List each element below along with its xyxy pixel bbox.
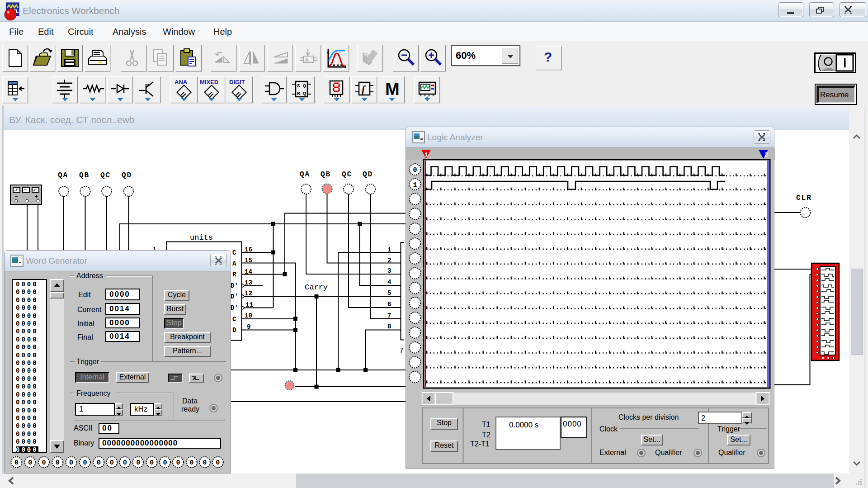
svg-text:0: 0: [163, 459, 167, 467]
svg-text:0: 0: [56, 459, 60, 467]
svg-text:9: 9: [247, 323, 250, 331]
svg-text:0: 0: [14, 459, 19, 467]
svg-text:0: 0: [123, 459, 127, 467]
svg-text:0: 0: [136, 459, 140, 467]
svg-text:0: 0: [176, 459, 180, 467]
svg-text:Trigger: Trigger: [717, 425, 741, 433]
svg-text:QD: QD: [363, 171, 373, 179]
svg-text:Qualifier: Qualifier: [655, 449, 682, 456]
svg-text:QB: QB: [321, 171, 331, 179]
svg-text:T2-T1: T2-T1: [470, 440, 490, 448]
svg-text:ANA: ANA: [175, 79, 188, 85]
svg-text:Clocks per division: Clocks per division: [618, 413, 679, 421]
svg-text:4: 4: [387, 279, 391, 286]
svg-text:f: f: [362, 83, 366, 95]
svg-text:MIXED: MIXED: [200, 79, 218, 85]
svg-text:0.0000 s: 0.0000 s: [509, 421, 538, 429]
svg-text:Clock: Clock: [599, 425, 618, 433]
svg-text:7: 7: [387, 312, 391, 319]
svg-text:M: M: [385, 80, 400, 99]
svg-text:3: 3: [387, 267, 391, 275]
svg-text:1: 1: [387, 246, 391, 253]
svg-text:D': D': [231, 304, 238, 312]
svg-text:QA: QA: [300, 171, 310, 179]
svg-text:D': D': [231, 282, 238, 289]
svg-text:QA: QA: [58, 171, 68, 180]
svg-text:R: R: [232, 271, 236, 278]
svg-text:2: 2: [387, 257, 391, 264]
svg-text:D': D': [231, 293, 238, 300]
svg-text:DIGIT: DIGIT: [229, 79, 245, 85]
svg-text:0: 0: [28, 459, 32, 467]
svg-text:QB: QB: [79, 171, 90, 180]
svg-text:0000: 0000: [563, 420, 582, 428]
svg-text:C: C: [232, 249, 236, 256]
svg-text:R Q: R Q: [297, 91, 306, 96]
svg-text:D: D: [232, 327, 236, 334]
svg-text:0: 0: [110, 459, 114, 467]
svg-text:16: 16: [245, 246, 252, 253]
svg-text:A: A: [305, 57, 309, 62]
svg-text:units: units: [190, 233, 213, 242]
svg-text:T1: T1: [482, 421, 491, 428]
svg-text:8: 8: [387, 323, 391, 330]
svg-text:Qualifier: Qualifier: [718, 449, 745, 456]
svg-text:1: 1: [413, 181, 417, 189]
svg-text:0: 0: [83, 459, 87, 467]
svg-text:C: C: [232, 316, 236, 323]
svg-text:6: 6: [387, 301, 391, 308]
svg-text:0: 0: [189, 459, 193, 467]
svg-text:15: 15: [245, 257, 252, 264]
svg-text:QC: QC: [100, 171, 111, 180]
svg-text:QC: QC: [342, 171, 352, 179]
svg-text:2: 2: [764, 152, 768, 158]
svg-text:0: 0: [216, 459, 220, 467]
svg-text:2: 2: [701, 414, 705, 422]
svg-text:0: 0: [69, 459, 73, 467]
svg-text:12: 12: [245, 290, 252, 297]
svg-text:1: 1: [425, 152, 428, 158]
svg-text:14: 14: [245, 268, 252, 275]
svg-text:13: 13: [245, 279, 252, 286]
svg-text:QD: QD: [122, 171, 132, 180]
svg-text:10: 10: [245, 312, 252, 319]
svg-text:T2: T2: [482, 431, 491, 439]
svg-text:A: A: [232, 260, 236, 267]
svg-text:CLR: CLR: [796, 194, 812, 202]
svg-text:0: 0: [413, 166, 417, 174]
svg-text:Carry: Carry: [305, 283, 328, 292]
svg-text:5: 5: [387, 289, 391, 297]
svg-text:7: 7: [399, 346, 404, 355]
svg-text:0: 0: [97, 459, 101, 467]
svg-text:S Q: S Q: [297, 83, 306, 89]
svg-text:0: 0: [150, 459, 154, 467]
svg-text:11: 11: [245, 301, 253, 308]
svg-text:0: 0: [42, 459, 46, 467]
svg-text:0: 0: [203, 459, 207, 467]
svg-text:External: External: [599, 449, 626, 456]
